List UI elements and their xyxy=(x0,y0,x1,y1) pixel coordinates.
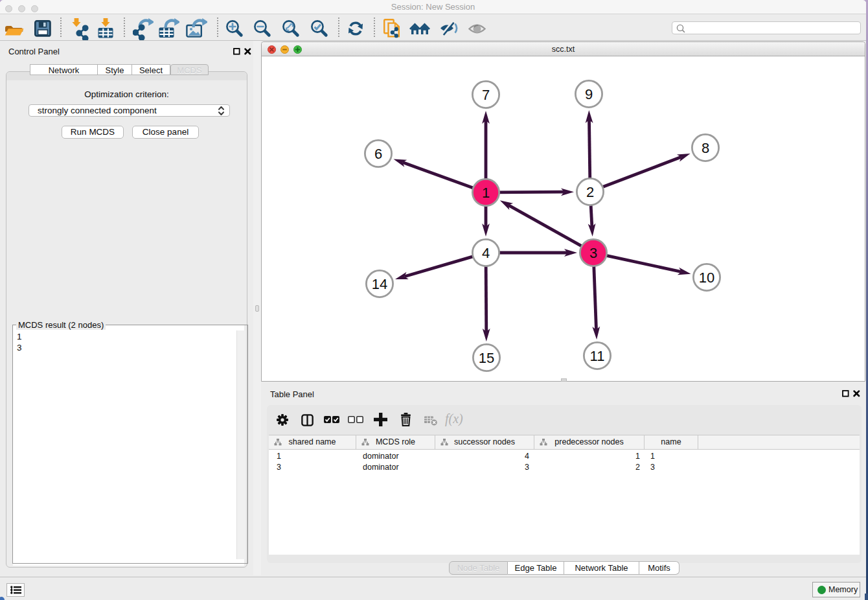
svg-text:4: 4 xyxy=(482,245,490,261)
svg-text:6: 6 xyxy=(374,146,382,162)
svg-text:10: 10 xyxy=(699,270,714,286)
svg-text:14: 14 xyxy=(372,276,387,292)
svg-text:1: 1 xyxy=(482,185,490,201)
svg-text:11: 11 xyxy=(590,348,605,364)
svg-text:9: 9 xyxy=(585,86,593,102)
svg-text:2: 2 xyxy=(586,184,594,200)
svg-text:7: 7 xyxy=(482,87,490,103)
svg-text:15: 15 xyxy=(479,350,494,366)
svg-text:8: 8 xyxy=(702,140,709,156)
svg-text:3: 3 xyxy=(589,245,597,261)
